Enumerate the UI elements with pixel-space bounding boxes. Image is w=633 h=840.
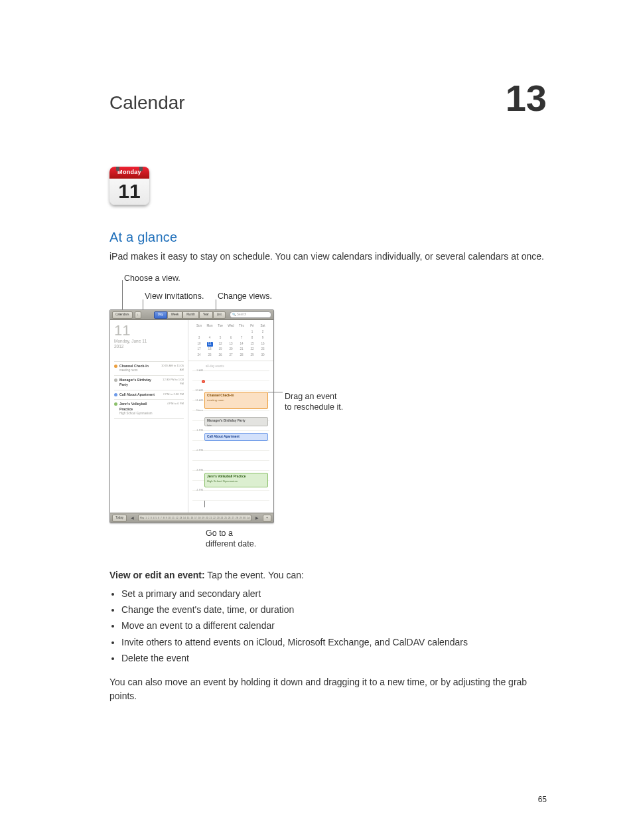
list-item[interactable]: Channel Check-Inmeeting room10:05 AM to … (114, 362, 184, 376)
chapter-number: 13 (506, 80, 547, 117)
big-day-number: 11 (114, 324, 184, 337)
minical-day[interactable]: 30 (257, 353, 268, 358)
minical-header: Sat (257, 324, 268, 329)
calendar-dot-icon (114, 378, 117, 382)
view-tab-week[interactable]: Week (167, 311, 182, 319)
leader-line (122, 280, 123, 309)
add-event-button[interactable]: + (263, 515, 271, 522)
minical-day[interactable]: 14 (236, 342, 247, 347)
minical-day[interactable]: 16 (257, 342, 268, 347)
minical-day[interactable]: 2 (257, 330, 268, 335)
date-slider[interactable]: May1234567891011121314151617181920212223… (138, 515, 251, 521)
minical-day[interactable]: 19 (215, 347, 226, 352)
list-item[interactable]: Jenn's Volleyball PracticeHigh School Gy… (114, 400, 184, 419)
minical-day[interactable]: 28 (236, 353, 247, 358)
minical-day[interactable]: 13 (226, 342, 236, 347)
minical-day[interactable]: 6 (226, 336, 236, 341)
minical-day[interactable]: 10 (194, 342, 204, 347)
figure: Choose a view. View invitations. Change … (109, 272, 388, 549)
minical-day[interactable]: 11 (207, 342, 213, 347)
view-tab-month[interactable]: Month (182, 311, 199, 319)
event-block[interactable]: Jenn's Volleyball Practice High School G… (204, 473, 268, 487)
chapter-title: Calendar (109, 90, 185, 117)
list-item[interactable]: Manager's Birthday Party12:30 PM to 1:00… (114, 376, 184, 390)
calendar-dot-icon (114, 393, 117, 396)
minical-day[interactable]: 23 (257, 347, 268, 352)
minical-day[interactable] (236, 330, 247, 335)
bullet-item: Set a primary and secondary alert (121, 587, 547, 600)
minical-header: Wed (226, 324, 236, 329)
prev-arrow-icon[interactable]: ◀ (129, 515, 136, 521)
minical-day[interactable] (204, 330, 215, 335)
minical-header: Thu (236, 324, 247, 329)
view-tab-day[interactable]: Day (154, 311, 167, 319)
today-button[interactable]: Today (112, 515, 127, 522)
minical-header: Fri (247, 324, 257, 329)
leader-line (216, 299, 216, 309)
minical-day[interactable] (215, 330, 226, 335)
event-block[interactable]: Manager's Birthday Party late (204, 417, 268, 426)
search-input[interactable]: 🔍 Search (230, 311, 271, 318)
leader-line (268, 392, 283, 392)
mini-calendar[interactable]: SunMonTueWedThuFriSat1234567891011121314… (188, 320, 273, 361)
section-heading: At a glance (109, 228, 547, 247)
view-tab-year[interactable]: Year (199, 311, 213, 319)
calendar-app-icon: Monday 11 (109, 167, 149, 209)
minical-day[interactable]: 4 (204, 336, 215, 341)
view-tab-list[interactable]: List (213, 311, 226, 319)
view-segmented-control[interactable]: DayWeekMonthYearList (154, 311, 226, 319)
list-item[interactable]: Call About Apartment2 PM to 2:30 PM (114, 390, 184, 400)
minical-day[interactable]: 21 (236, 347, 247, 352)
intro-paragraph: iPad makes it easy to stay on schedule. … (109, 250, 547, 263)
bullet-item: Move an event to a different calendar (121, 619, 547, 632)
minical-day[interactable]: 22 (247, 347, 257, 352)
minical-day[interactable]: 9 (257, 336, 268, 341)
calendar-dot-icon (114, 402, 117, 406)
top-callouts: Choose a view. View invitations. Change … (109, 272, 388, 309)
minical-day[interactable]: 25 (204, 353, 215, 358)
callout-change-views: Change views. (218, 290, 272, 302)
leader-line (204, 501, 205, 507)
toolbar: Calendars ↓ DayWeekMonthYearList 🔍 Searc… (110, 310, 273, 320)
search-placeholder: Search (237, 313, 246, 317)
minical-day[interactable] (194, 330, 204, 335)
callout-drag-event: Drag an event to reschedule it. (285, 392, 343, 412)
footer-paragraph: You can also move an event by holding it… (109, 675, 547, 703)
callout-goto-date: Go to a different date. (206, 529, 388, 549)
minical-day[interactable]: 8 (247, 336, 257, 341)
event-list: Channel Check-Inmeeting room10:05 AM to … (114, 361, 184, 419)
next-arrow-icon[interactable]: ▶ (253, 515, 261, 521)
calendar-icon-weekday: Monday (109, 167, 149, 179)
allday-row: all-day events (192, 363, 269, 371)
page-number: 65 (538, 794, 547, 805)
minical-day[interactable]: 29 (247, 353, 257, 358)
bullet-item: Change the event's date, time, or durati… (121, 603, 547, 616)
calendars-button[interactable]: Calendars (112, 311, 133, 319)
minical-day[interactable] (226, 330, 236, 335)
minical-day[interactable]: 5 (215, 336, 226, 341)
minical-day[interactable]: 18 (204, 347, 215, 352)
bullet-item: Delete the event (121, 651, 547, 665)
day-summary-column: 11 Monday, June 11 2012 Channel Check-In… (110, 320, 188, 513)
minical-day[interactable]: 17 (194, 347, 204, 352)
minical-day[interactable]: 7 (236, 336, 247, 341)
leader-line (143, 299, 143, 309)
minical-header: Tue (215, 324, 226, 329)
minical-day[interactable]: 26 (215, 353, 226, 358)
invitations-button[interactable]: ↓ (135, 311, 141, 319)
minical-day[interactable]: 24 (194, 353, 204, 358)
day-timeline[interactable]: all-day events 9 AM 10 AM Channel Check-… (188, 361, 273, 513)
minical-day[interactable]: 1 (247, 330, 257, 335)
minical-day[interactable]: 27 (226, 353, 236, 358)
minical-day[interactable]: 12 (215, 342, 226, 347)
screenshot: Calendars ↓ DayWeekMonthYearList 🔍 Searc… (109, 309, 274, 523)
callout-view-invitations: View invitations. (145, 290, 204, 302)
bullet-list: Set a primary and secondary alertChange … (109, 587, 547, 665)
calendar-icon-day: 11 (109, 179, 149, 204)
bullet-item: Invite others to attend events on iCloud… (121, 635, 547, 649)
minical-day[interactable]: 15 (247, 342, 257, 347)
minical-day[interactable]: 3 (194, 336, 204, 341)
search-icon: 🔍 (232, 313, 236, 317)
minical-day[interactable]: 20 (226, 347, 236, 352)
event-block[interactable]: Call About Apartment (204, 433, 268, 441)
